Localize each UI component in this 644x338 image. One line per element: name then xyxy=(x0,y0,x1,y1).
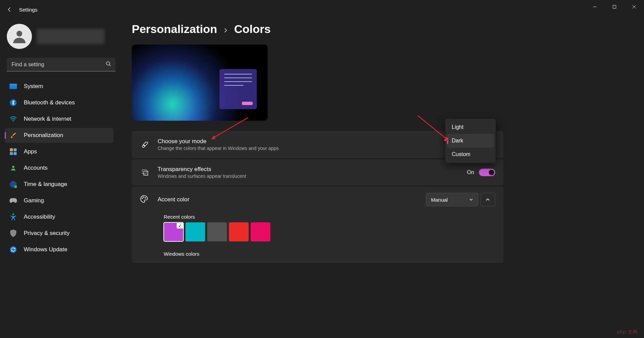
svg-rect-1 xyxy=(613,5,616,9)
mode-dropdown-flyout: Light Dark Custom xyxy=(445,118,496,163)
brush-icon xyxy=(10,132,17,139)
app-title: Settings xyxy=(19,7,37,13)
gamepad-icon xyxy=(10,197,17,204)
recent-swatches xyxy=(164,222,495,241)
nav-personalization[interactable]: Personalization xyxy=(5,128,113,143)
nav-network[interactable]: Network & internet xyxy=(5,112,113,126)
accent-header[interactable]: Accent color Manual xyxy=(140,193,495,206)
svg-point-8 xyxy=(12,166,15,168)
svg-point-9 xyxy=(13,214,14,215)
nav-label: Network & internet xyxy=(24,116,71,122)
dropdown-value: Manual xyxy=(431,197,448,203)
maximize-button[interactable] xyxy=(605,0,624,14)
transparency-icon xyxy=(140,169,150,176)
nav-system[interactable]: System xyxy=(5,79,113,94)
toggle-state-label: On xyxy=(467,169,474,175)
nav-label: Time & language xyxy=(24,181,67,188)
sidebar: System Bluetooth & devices Network & int… xyxy=(0,19,122,338)
svg-point-5 xyxy=(106,62,110,65)
accessibility-icon xyxy=(10,213,17,221)
nav-bluetooth[interactable]: Bluetooth & devices xyxy=(5,95,113,110)
avatar xyxy=(7,24,32,49)
minimize-button[interactable] xyxy=(585,0,605,14)
search-input[interactable] xyxy=(7,58,115,71)
watermark: php 文网 xyxy=(617,329,638,335)
group-label: Windows colors xyxy=(164,251,495,257)
nav-accounts[interactable]: Accounts xyxy=(5,160,113,175)
palette-icon xyxy=(140,195,150,204)
search-box[interactable] xyxy=(7,58,115,71)
setting-subtitle: Windows and surfaces appear translucent xyxy=(158,173,467,179)
nav-label: System xyxy=(24,83,43,90)
transparency-toggle[interactable] xyxy=(479,169,495,176)
accent-mode-dropdown[interactable]: Manual xyxy=(426,193,478,206)
recent-colors-group: Recent colors xyxy=(164,214,495,241)
update-icon xyxy=(10,246,17,253)
svg-point-14 xyxy=(145,198,146,198)
color-swatch[interactable] xyxy=(229,222,249,241)
page-title: Colors xyxy=(234,22,271,36)
svg-point-12 xyxy=(142,198,143,199)
setting-title: Accent color xyxy=(158,196,426,203)
svg-point-7 xyxy=(13,121,14,122)
svg-rect-11 xyxy=(144,171,148,175)
setting-title: Choose your mode xyxy=(158,138,495,145)
color-swatch[interactable] xyxy=(207,222,227,241)
chevron-up-icon xyxy=(485,197,490,202)
mode-option-dark[interactable]: Dark xyxy=(447,134,494,148)
chevron-down-icon xyxy=(469,198,473,202)
setting-subtitle: Change the colors that appear in Windows… xyxy=(158,146,495,151)
back-button[interactable] xyxy=(0,6,19,13)
nav-update[interactable]: Windows Update xyxy=(5,242,113,257)
profile-name-redacted xyxy=(37,29,105,44)
nav-label: Accessibility xyxy=(24,214,55,220)
section-accent-color: Accent color Manual Recent colors Window… xyxy=(132,187,503,263)
svg-point-4 xyxy=(17,31,22,37)
window-controls xyxy=(585,0,644,14)
apps-icon xyxy=(10,148,17,155)
breadcrumb: Personalization › Colors xyxy=(132,22,637,36)
nav-time[interactable]: Time & language xyxy=(5,177,113,192)
nav-label: Personalization xyxy=(24,132,63,139)
nav-label: Bluetooth & devices xyxy=(24,99,75,106)
display-icon xyxy=(10,83,17,90)
theme-preview xyxy=(132,45,268,121)
shield-icon xyxy=(10,230,17,237)
nav-apps[interactable]: Apps xyxy=(5,144,113,159)
globe-clock-icon xyxy=(10,181,17,188)
group-label: Recent colors xyxy=(164,214,495,220)
windows-colors-group: Windows colors xyxy=(164,251,495,257)
setting-transparency[interactable]: Transparency effects Windows and surface… xyxy=(132,159,503,185)
search-icon xyxy=(106,61,111,68)
nav-label: Windows Update xyxy=(24,246,68,253)
nav-list: System Bluetooth & devices Network & int… xyxy=(5,79,122,257)
nav-accessibility[interactable]: Accessibility xyxy=(5,209,113,224)
nav-privacy[interactable]: Privacy & security xyxy=(5,226,113,241)
mode-option-light[interactable]: Light xyxy=(447,120,494,134)
color-swatch[interactable] xyxy=(185,222,205,241)
brush-outline-icon xyxy=(140,141,150,148)
profile-block[interactable] xyxy=(5,19,122,58)
bluetooth-icon xyxy=(10,99,17,106)
breadcrumb-parent[interactable]: Personalization xyxy=(132,22,217,36)
breadcrumb-separator: › xyxy=(224,24,227,35)
person-icon xyxy=(10,164,17,172)
transparency-controls: On xyxy=(467,169,495,176)
nav-label: Privacy & security xyxy=(24,230,70,237)
mode-option-custom[interactable]: Custom xyxy=(447,148,494,161)
nav-gaming[interactable]: Gaming xyxy=(5,193,113,208)
color-swatch[interactable] xyxy=(251,222,270,241)
close-button[interactable] xyxy=(624,0,644,14)
svg-line-6 xyxy=(109,65,111,66)
title-bar: Settings xyxy=(0,0,644,19)
wifi-icon xyxy=(10,115,17,123)
main-content: Personalization › Colors Choose your mod… xyxy=(132,22,637,338)
svg-rect-10 xyxy=(142,170,146,174)
svg-point-13 xyxy=(143,197,144,198)
nav-label: Accounts xyxy=(24,165,48,171)
nav-label: Gaming xyxy=(24,197,44,204)
color-swatch[interactable] xyxy=(164,222,183,241)
setting-title: Transparency effects xyxy=(158,166,467,173)
expand-button[interactable] xyxy=(480,193,495,206)
nav-label: Apps xyxy=(24,148,37,155)
